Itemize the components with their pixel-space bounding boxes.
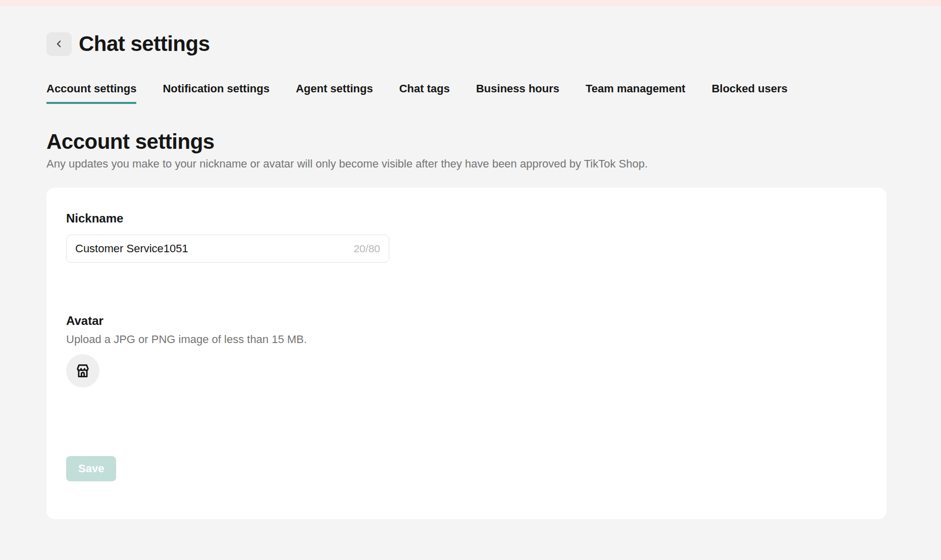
avatar-hint: Upload a JPG or PNG image of less than 1… [66, 333, 866, 346]
back-button[interactable] [46, 32, 72, 56]
tab-agent-settings[interactable]: Agent settings [296, 82, 373, 104]
save-button[interactable]: Save [66, 456, 116, 481]
avatar-label: Avatar [66, 314, 866, 328]
tab-team-management[interactable]: Team management [586, 82, 686, 104]
top-notification-bar [0, 0, 941, 6]
section-description: Any updates you make to your nickname or… [46, 157, 886, 171]
settings-tab-bar: Account settings Notification settings A… [46, 82, 886, 104]
tab-business-hours[interactable]: Business hours [476, 82, 559, 104]
page-header: Chat settings [46, 32, 886, 56]
tab-notification-settings[interactable]: Notification settings [163, 82, 269, 104]
page-content: Chat settings Account settings Notificat… [46, 32, 886, 519]
page-title: Chat settings [79, 32, 210, 56]
tab-chat-tags[interactable]: Chat tags [399, 82, 450, 104]
nickname-input-wrapper: 20/80 [66, 235, 389, 263]
storefront-icon [74, 362, 92, 380]
chevron-left-icon [54, 38, 65, 49]
nickname-label: Nickname [66, 211, 866, 226]
nickname-field: Nickname 20/80 [66, 211, 866, 263]
section-heading: Account settings [46, 130, 886, 154]
avatar-upload-button[interactable] [66, 354, 99, 387]
tab-account-settings[interactable]: Account settings [46, 82, 136, 104]
nickname-char-counter: 20/80 [353, 243, 380, 255]
account-settings-card: Nickname 20/80 Avatar Upload a JPG or PN… [46, 188, 886, 519]
avatar-field: Avatar Upload a JPG or PNG image of less… [66, 314, 866, 387]
tab-blocked-users[interactable]: Blocked users [712, 82, 788, 104]
nickname-input[interactable] [75, 242, 347, 255]
